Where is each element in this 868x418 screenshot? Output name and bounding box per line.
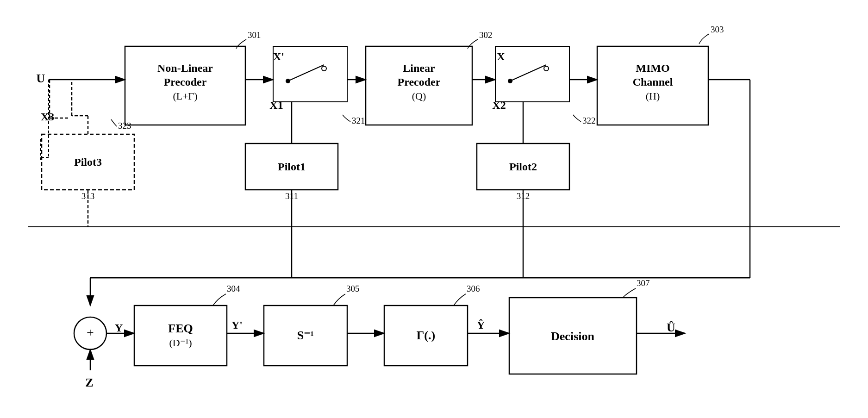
svg-text:Û: Û	[667, 321, 675, 334]
svg-text:321: 321	[352, 116, 365, 125]
svg-text:(L+Γ): (L+Γ)	[173, 90, 197, 102]
svg-text:301: 301	[248, 30, 261, 40]
svg-text:Linear: Linear	[403, 62, 435, 74]
svg-text:Pilot2: Pilot2	[509, 161, 537, 173]
svg-text:(D⁻¹): (D⁻¹)	[169, 337, 192, 349]
svg-text:Precoder: Precoder	[164, 76, 207, 88]
svg-text:(H): (H)	[646, 90, 660, 102]
svg-text:307: 307	[637, 278, 650, 288]
svg-text:303: 303	[711, 25, 724, 34]
svg-text:Ŷ: Ŷ	[477, 319, 485, 331]
svg-text:Y: Y	[115, 322, 123, 334]
svg-text:Decision: Decision	[551, 330, 594, 343]
svg-text:305: 305	[346, 284, 360, 293]
svg-text:FEQ: FEQ	[168, 322, 193, 335]
svg-text:Precoder: Precoder	[398, 76, 441, 88]
svg-text:Z: Z	[85, 376, 93, 389]
svg-text:X': X'	[273, 50, 284, 62]
svg-rect-23	[495, 46, 569, 102]
svg-text:Y': Y'	[231, 319, 243, 331]
svg-text:306: 306	[467, 284, 480, 293]
svg-text:Pilot1: Pilot1	[278, 161, 306, 173]
svg-text:MIMO: MIMO	[636, 62, 669, 74]
svg-text:X2: X2	[492, 99, 506, 111]
svg-text:Non-Linear: Non-Linear	[157, 62, 213, 74]
svg-text:322: 322	[582, 116, 596, 125]
svg-text:Channel: Channel	[633, 76, 673, 88]
svg-text:+: +	[87, 325, 94, 340]
svg-text:S⁻¹: S⁻¹	[297, 329, 314, 342]
svg-text:Pilot3: Pilot3	[74, 156, 102, 168]
block-diagram-svg: Non-Linear Precoder (L+Γ) Linear Precode…	[0, 0, 868, 418]
svg-text:302: 302	[479, 30, 493, 40]
svg-text:(Q): (Q)	[412, 90, 426, 102]
diagram-container: Non-Linear Precoder (L+Γ) Linear Precode…	[0, 0, 868, 418]
svg-text:X1: X1	[269, 99, 283, 111]
svg-rect-67	[134, 306, 227, 366]
svg-text:U: U	[37, 72, 45, 85]
svg-text:X3: X3	[41, 111, 54, 123]
svg-rect-18	[273, 46, 347, 102]
svg-text:304: 304	[227, 284, 240, 293]
svg-text:Γ(.): Γ(.)	[417, 329, 435, 342]
svg-text:X: X	[497, 50, 505, 62]
svg-text:323: 323	[118, 121, 131, 131]
